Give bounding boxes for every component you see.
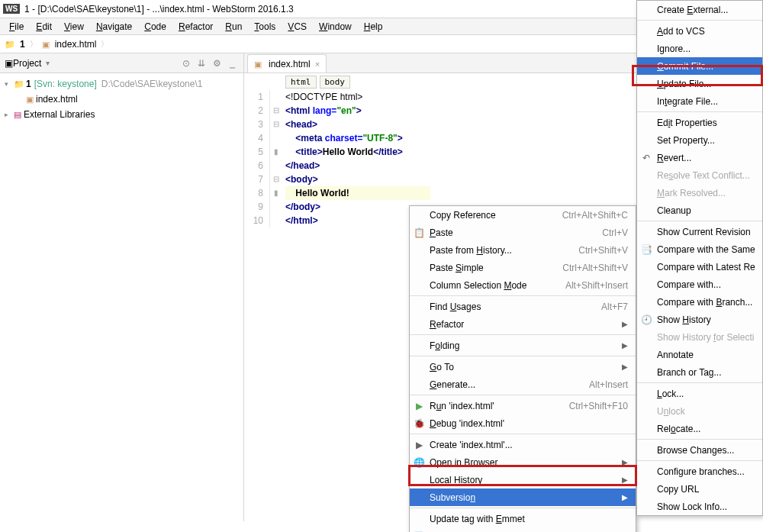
torn-edge (0, 521, 763, 532)
menu-item[interactable]: Edit Properties (637, 114, 762, 131)
code-lines[interactable]: <!DOCTYPE html><html lang="en"><head> <m… (282, 90, 430, 227)
menu-item[interactable]: Go To▶ (410, 358, 636, 376)
chevron-down-icon[interactable]: ▾ (46, 59, 50, 67)
menu-file[interactable]: File (5, 20, 28, 34)
hide-icon[interactable]: ⎯ (225, 56, 239, 70)
menu-item[interactable]: Commit File... (637, 57, 762, 75)
menu-item[interactable]: Local History▶ (410, 471, 636, 488)
menu-item[interactable]: Copy ReferenceCtrl+Alt+Shift+C (410, 206, 636, 224)
html-icon (42, 39, 52, 50)
menu-vcs[interactable]: VCS (283, 20, 311, 34)
menu-navigate[interactable]: Navigate (92, 20, 137, 34)
nav-root[interactable]: 1 (20, 39, 25, 50)
project-tool-icon: ▣ (5, 58, 13, 69)
menu-item[interactable]: Cleanup (637, 202, 762, 219)
menu-item[interactable]: Browse Changes... (637, 441, 762, 459)
menu-item[interactable]: Relocate... (637, 420, 762, 437)
folder-icon (14, 79, 26, 89)
fold-marks[interactable]: ⊟⊟▮⊟▮ (270, 90, 282, 227)
menu-item[interactable]: Integrate File... (637, 92, 762, 110)
crumb-body[interactable]: body (320, 76, 351, 89)
menu-item[interactable]: Annotate (637, 346, 762, 363)
menu-help[interactable]: Help (359, 20, 388, 34)
menu-item[interactable]: Folding▶ (410, 337, 636, 354)
line-gutter: 12345678910 (244, 90, 270, 227)
app-icon: WS (3, 4, 20, 14)
tree-file-label: index.html (36, 94, 78, 105)
tree-path: D:\Code\SAE\keystone\1 (101, 79, 203, 89)
tree-root-label: 1 (26, 79, 31, 89)
menu-item[interactable]: Show Lock Info... (637, 498, 762, 515)
menu-item[interactable]: Set Property... (637, 131, 762, 149)
vcs-label: [Svn: keystone] (34, 79, 97, 89)
menu-edit[interactable]: Edit (31, 20, 56, 34)
scroll-target-icon[interactable]: ⊙ (179, 56, 193, 70)
menu-item[interactable]: Compare with Branch... (637, 293, 762, 311)
menu-item[interactable]: Paste SimpleCtrl+Alt+Shift+V (410, 259, 636, 276)
menu-item[interactable]: Find UsagesAlt+F7 (410, 298, 636, 315)
crumb-html[interactable]: html (285, 76, 317, 89)
menu-item[interactable]: 🕘Show History (637, 311, 762, 328)
menu-item[interactable]: Lock... (637, 385, 762, 402)
menu-item[interactable]: 📑Compare with the Same (637, 240, 762, 258)
menu-code[interactable]: Code (140, 20, 171, 34)
subversion-submenu[interactable]: Create External...Add to VCSIgnore...Com… (636, 0, 763, 516)
menu-item[interactable]: ↶Revert... (637, 149, 762, 166)
sidebar-header: ▣ Project ▾ ⊙ ⇊ ⚙ ⎯ (0, 53, 243, 73)
menu-tools[interactable]: Tools (250, 20, 280, 34)
sidebar-title[interactable]: Project (13, 58, 41, 69)
menu-item[interactable]: ▶Create 'index.html'... (410, 436, 636, 453)
menu-item[interactable]: Generate...Alt+Insert (410, 376, 636, 393)
close-icon[interactable]: × (315, 60, 320, 69)
lib-icon (14, 109, 24, 120)
tree-ext-label: External Libraries (24, 109, 95, 120)
project-tree[interactable]: ▾ 1 [Svn: keystone] D:\Code\SAE\keystone… (0, 73, 243, 125)
menu-item: Resolve Text Conflict... (637, 166, 762, 184)
menu-refactor[interactable]: Refactor (174, 20, 217, 34)
menu-item[interactable]: 📑Compare with Clipboard (410, 527, 636, 532)
tree-external[interactable]: ▸ External Libraries (0, 107, 243, 122)
folder-icon (5, 39, 17, 50)
editor-tab-label: index.html (269, 59, 311, 69)
editor-tab[interactable]: index.html × (247, 54, 327, 73)
menu-item[interactable]: ▶Run 'index.html'Ctrl+Shift+F10 (410, 397, 636, 414)
menu-item[interactable]: 🐞Debug 'index.html' (410, 414, 636, 432)
window-title: 1 - [D:\Code\SAE\keystone\1] - ...\index… (24, 4, 294, 15)
html-icon (26, 94, 36, 105)
menu-item[interactable]: Update tag with Emmet (410, 510, 636, 527)
menu-item[interactable]: 📋PasteCtrl+V (410, 224, 636, 241)
gear-icon[interactable]: ⚙ (210, 56, 224, 70)
tree-file[interactable]: index.html (0, 92, 243, 107)
editor-context-menu[interactable]: Copy ReferenceCtrl+Alt+Shift+C📋PasteCtrl… (409, 205, 636, 532)
menu-item[interactable]: Copy URL (637, 480, 762, 498)
menu-item[interactable]: Ignore... (637, 40, 762, 57)
menu-item: Unlock (637, 402, 762, 420)
menu-item[interactable]: Branch or Tag... (637, 363, 762, 381)
nav-file[interactable]: index.html (55, 39, 97, 50)
menu-window[interactable]: Window (314, 20, 356, 34)
chevron-icon: 〉 (101, 39, 108, 50)
menu-item[interactable]: Compare with... (637, 276, 762, 293)
menu-item[interactable]: Add to VCS (637, 22, 762, 40)
menu-item[interactable]: Refactor▶ (410, 315, 636, 333)
menu-item[interactable]: Show Current Revision (637, 223, 762, 240)
menu-run[interactable]: Run (221, 20, 246, 34)
menu-item[interactable]: Paste from History...Ctrl+Shift+V (410, 241, 636, 259)
menu-item[interactable]: Compare with Latest Re (637, 258, 762, 276)
menu-item: Mark Resolved... (637, 184, 762, 202)
project-sidebar: ▣ Project ▾ ⊙ ⇊ ⚙ ⎯ ▾ 1 [Svn: keystone] … (0, 53, 244, 532)
menu-item[interactable]: Subversion▶ (410, 488, 636, 506)
tree-root[interactable]: ▾ 1 [Svn: keystone] D:\Code\SAE\keystone… (0, 76, 243, 92)
menu-item[interactable]: 🌐Open in Browser▶ (410, 453, 636, 471)
collapse-icon[interactable]: ⇊ (195, 56, 208, 70)
menu-item[interactable]: Create External... (637, 1, 762, 18)
html-icon (254, 59, 264, 69)
chevron-icon: 〉 (30, 39, 37, 50)
menu-item[interactable]: Update File... (637, 75, 762, 92)
menu-item[interactable]: Column Selection ModeAlt+Shift+Insert (410, 276, 636, 294)
menu-view[interactable]: View (60, 20, 89, 34)
menu-item[interactable]: Configure branches... (637, 463, 762, 480)
menu-item: Show History for Selecti (637, 328, 762, 346)
